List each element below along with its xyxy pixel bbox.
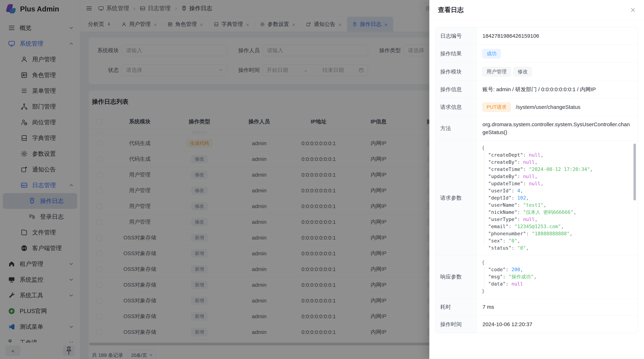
module-tag: 修改 — [514, 67, 532, 76]
detail-row-方法: 方法org.dromara.system.controller.system.S… — [436, 116, 638, 141]
detail-row-请求信息: 请求信息PUT请求/system/user/changeStatus — [436, 98, 638, 116]
detail-value: 用户管理修改 — [477, 63, 638, 81]
detail-value: org.dromara.system.controller.system.Sys… — [477, 116, 638, 140]
drawer-body: 日志编号1842781986426159106操作结果成功操作模块用户管理修改操… — [429, 20, 644, 340]
detail-label: 操作信息 — [436, 81, 477, 98]
detail-value: PUT请求/system/user/changeStatus — [477, 98, 638, 116]
detail-value: 2024-10-06 12:20:37 — [477, 316, 638, 333]
json-code-block: {"code": 200,"msg": "操作成功","data": null} — [477, 255, 638, 298]
app-root: Plus Admin 概览系统管理用户管理角色管理菜单管理部门管理岗位管理字典管… — [0, 0, 644, 359]
detail-label: 操作模块 — [436, 63, 477, 81]
detail-label: 请求参数 — [436, 141, 477, 255]
detail-value: 成功 — [477, 45, 638, 62]
detail-row-操作结果: 操作结果成功 — [436, 45, 638, 63]
detail-label: 请求信息 — [436, 98, 477, 116]
detail-label: 方法 — [436, 116, 477, 140]
detail-row-操作模块: 操作模块用户管理修改 — [436, 63, 638, 81]
detail-label: 操作时间 — [436, 316, 477, 333]
json-code-block: {"createDept": null,"createBy": null,"cr… — [477, 141, 638, 255]
detail-value: 1842781986426159106 — [477, 27, 638, 44]
close-icon — [630, 7, 636, 13]
result-tag: 成功 — [482, 49, 501, 58]
detail-value: 7 ms — [477, 298, 638, 316]
drawer-title: 查看日志 — [438, 5, 464, 14]
detail-row-请求参数: 请求参数{"createDept": null,"createBy": null… — [436, 141, 638, 255]
detail-row-响应参数: 响应参数{"code": 200,"msg": "操作成功","data": n… — [436, 255, 638, 298]
view-log-drawer: 查看日志 日志编号1842781986426159106操作结果成功操作模块用户… — [429, 0, 644, 359]
log-details-table: 日志编号1842781986426159106操作结果成功操作模块用户管理修改操… — [436, 27, 638, 333]
method-tag: PUT请求 — [482, 102, 511, 112]
detail-label: 操作结果 — [436, 45, 477, 62]
detail-row-操作时间: 操作时间2024-10-06 12:20:37 — [436, 316, 638, 333]
detail-value: 账号: admin / 研发部门 / 0:0:0:0:0:0:0:1 / 内网I… — [477, 81, 638, 98]
detail-row-耗时: 耗时7 ms — [436, 298, 638, 316]
request-path: /system/user/changeStatus — [516, 103, 580, 111]
close-button[interactable] — [630, 7, 636, 13]
detail-label: 耗时 — [436, 298, 477, 316]
detail-label: 日志编号 — [436, 27, 477, 44]
drawer-header: 查看日志 — [429, 0, 644, 20]
module-tag: 用户管理 — [482, 67, 511, 76]
detail-label: 响应参数 — [436, 255, 477, 298]
vertical-scrollbar-thumb[interactable] — [634, 144, 636, 200]
detail-row-日志编号: 日志编号1842781986426159106 — [436, 27, 638, 45]
detail-row-操作信息: 操作信息账号: admin / 研发部门 / 0:0:0:0:0:0:0:1 /… — [436, 81, 638, 98]
